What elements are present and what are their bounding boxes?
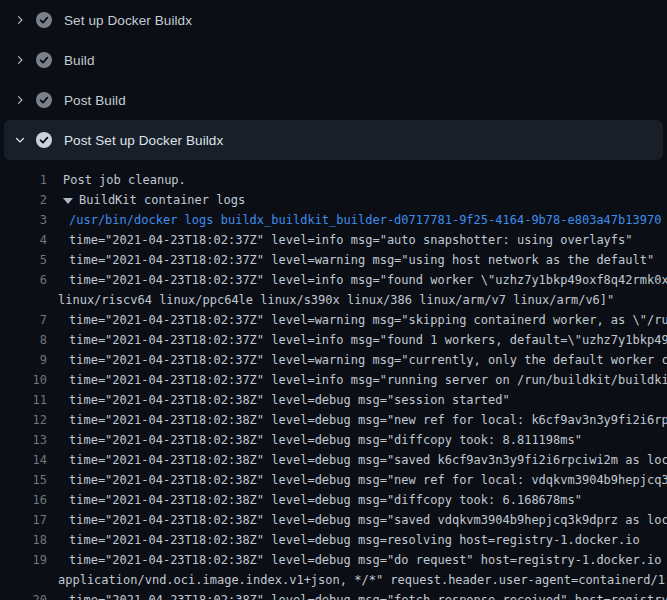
log-line-number: 10 <box>0 370 47 390</box>
check-circle-icon <box>36 92 52 108</box>
chevron-icon[interactable] <box>12 132 28 148</box>
log-line-number: 2 <box>0 190 47 210</box>
log-line-text: BuildKit container logs <box>47 190 667 210</box>
log-line-text: time="2021-04-23T18:02:38Z" level=debug … <box>47 530 667 550</box>
log-line-number: 11 <box>0 390 47 410</box>
log-line-text: time="2021-04-23T18:02:37Z" level=info m… <box>47 370 667 390</box>
log-line: 5 time="2021-04-23T18:02:37Z" level=warn… <box>0 250 667 270</box>
log-line: 6 time="2021-04-23T18:02:37Z" level=info… <box>0 270 667 310</box>
log-line: 14 time="2021-04-23T18:02:38Z" level=deb… <box>0 450 667 470</box>
log-line-text: time="2021-04-23T18:02:37Z" level=warnin… <box>47 250 667 270</box>
chevron-icon[interactable] <box>12 52 28 68</box>
log-area: 1 Post job cleanup. 2 BuildKit container… <box>0 160 667 600</box>
chevron-icon[interactable] <box>12 92 28 108</box>
log-line-text: Post job cleanup. <box>47 170 667 190</box>
log-line-text: time="2021-04-23T18:02:37Z" level=info m… <box>47 230 667 250</box>
log-line-number: 20 <box>0 590 47 600</box>
step-title: Set up Docker Buildx <box>64 13 192 28</box>
log-line-text: time="2021-04-23T18:02:38Z" level=debug … <box>47 590 667 600</box>
log-line: 16 time="2021-04-23T18:02:38Z" level=deb… <box>0 490 667 510</box>
log-line-text: time="2021-04-23T18:02:37Z" level=warnin… <box>47 350 667 370</box>
step-header-post-build[interactable]: Post Build <box>0 80 667 120</box>
log-line-number: 15 <box>0 470 47 490</box>
log-line: 7 time="2021-04-23T18:02:37Z" level=warn… <box>0 310 667 330</box>
log-line-number: 18 <box>0 530 47 550</box>
actions-log-viewer: Set up Docker Buildx Build P <box>0 0 667 600</box>
step-header-build[interactable]: Build <box>0 40 667 80</box>
step-list: Set up Docker Buildx Build P <box>0 0 667 160</box>
log-line: 1 Post job cleanup. <box>0 170 667 190</box>
group-title[interactable]: BuildKit container logs <box>79 193 245 207</box>
log-line-text: time="2021-04-23T18:02:38Z" level=debug … <box>47 410 667 430</box>
log-line: 19 time="2021-04-23T18:02:38Z" level=deb… <box>0 550 667 590</box>
step-title: Post Set up Docker Buildx <box>64 133 223 148</box>
log-line-number: 17 <box>0 510 47 530</box>
log-line-number: 4 <box>0 230 47 250</box>
log-line-number: 14 <box>0 450 47 470</box>
log-line-text: time="2021-04-23T18:02:38Z" level=debug … <box>47 390 667 410</box>
log-line-number: 13 <box>0 430 47 450</box>
check-circle-icon <box>36 12 52 28</box>
log-line-text: time="2021-04-23T18:02:38Z" level=debug … <box>47 490 667 510</box>
log-line: 20 time="2021-04-23T18:02:38Z" level=deb… <box>0 590 667 600</box>
log-line-number: 7 <box>0 310 47 330</box>
log-line: 18 time="2021-04-23T18:02:38Z" level=deb… <box>0 530 667 550</box>
log-line-number: 19 <box>0 550 47 570</box>
log-line: 13 time="2021-04-23T18:02:38Z" level=deb… <box>0 430 667 450</box>
step-title: Post Build <box>64 93 126 108</box>
log-line-number: 6 <box>0 270 47 290</box>
log-command-text: /usr/bin/docker logs buildx_buildkit_bui… <box>47 210 667 230</box>
log-line-text: time="2021-04-23T18:02:38Z" level=debug … <box>47 510 667 530</box>
log-line-text: time="2021-04-23T18:02:37Z" level=info m… <box>47 270 667 310</box>
check-circle-icon <box>36 132 52 148</box>
log-line: 12 time="2021-04-23T18:02:38Z" level=deb… <box>0 410 667 430</box>
log-line: 15 time="2021-04-23T18:02:38Z" level=deb… <box>0 470 667 490</box>
step-header-set-up-docker-buildx[interactable]: Set up Docker Buildx <box>0 0 667 40</box>
log-line: 10 time="2021-04-23T18:02:37Z" level=inf… <box>0 370 667 390</box>
step-header-post-set-up-docker-buildx[interactable]: Post Set up Docker Buildx <box>4 120 663 160</box>
log-line-number: 5 <box>0 250 47 270</box>
log-line: 8 time="2021-04-23T18:02:37Z" level=info… <box>0 330 667 350</box>
log-line-number: 16 <box>0 490 47 510</box>
log-line: 3 /usr/bin/docker logs buildx_buildkit_b… <box>0 210 667 230</box>
log-line-text: time="2021-04-23T18:02:38Z" level=debug … <box>47 450 667 470</box>
log-line: 4 time="2021-04-23T18:02:37Z" level=info… <box>0 230 667 250</box>
log-line-text: time="2021-04-23T18:02:37Z" level=warnin… <box>47 310 667 330</box>
log-line-text: time="2021-04-23T18:02:38Z" level=debug … <box>47 550 667 590</box>
group-collapse-triangle-icon[interactable] <box>63 198 73 204</box>
log-line-number: 12 <box>0 410 47 430</box>
log-line-number: 3 <box>0 210 47 230</box>
log-line: 11 time="2021-04-23T18:02:38Z" level=deb… <box>0 390 667 410</box>
log-line-text: time="2021-04-23T18:02:37Z" level=info m… <box>47 330 667 350</box>
log-line: 2 BuildKit container logs <box>0 190 667 210</box>
log-line-number: 1 <box>0 170 47 190</box>
log-line-text: time="2021-04-23T18:02:38Z" level=debug … <box>47 430 667 450</box>
log-line-number: 8 <box>0 330 47 350</box>
log-line: 9 time="2021-04-23T18:02:37Z" level=warn… <box>0 350 667 370</box>
log-line-text: time="2021-04-23T18:02:38Z" level=debug … <box>47 470 667 490</box>
log-line: 17 time="2021-04-23T18:02:38Z" level=deb… <box>0 510 667 530</box>
log-line-number: 9 <box>0 350 47 370</box>
check-circle-icon <box>36 52 52 68</box>
step-title: Build <box>64 53 95 68</box>
chevron-icon[interactable] <box>12 12 28 28</box>
